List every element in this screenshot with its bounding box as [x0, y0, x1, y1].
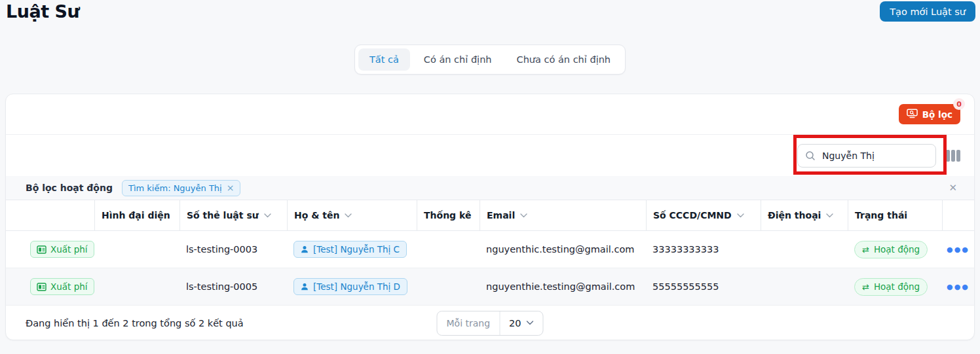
column-header[interactable]: Hình đại diện [94, 200, 179, 230]
lawyer-name-chip[interactable]: [Test] Nguyễn Thị C [293, 241, 407, 258]
lawyer-name-label: [Test] Nguyễn Thị C [313, 244, 400, 255]
results-summary: Đang hiển thị 1 đến 2 trong tổng số 2 kế… [26, 318, 244, 328]
filter-search-icon [907, 109, 918, 120]
tab[interactable]: Tất cả [358, 48, 410, 71]
sort-chevron-icon [826, 213, 833, 218]
column-header[interactable]: Thống kê [417, 200, 480, 230]
search-icon [805, 150, 816, 163]
sort-chevron-icon [737, 213, 744, 218]
invoice-icon [37, 283, 47, 291]
card-number-cell: ls-testing-0003 [179, 244, 287, 255]
email-cell: nguyenthic.testing@gmail.com [480, 244, 646, 255]
per-page-control: Mỗi trang 20 [436, 311, 543, 336]
chip-close-icon[interactable]: × [227, 183, 235, 192]
per-page-select[interactable]: 20 [500, 311, 542, 335]
table-row: Xuất phí ls-testing-0003 [Test] Nguyễn T… [6, 231, 974, 268]
column-header[interactable]: Họ & tên [287, 200, 417, 230]
status-label: Hoạt động [874, 281, 920, 292]
search-box [797, 144, 936, 168]
sort-chevron-icon [345, 213, 352, 218]
search-input[interactable] [797, 144, 936, 168]
email-cell: nguyenthie.testing@gmail.com [480, 281, 646, 292]
column-header-label: Email [487, 210, 515, 221]
column-header[interactable] [6, 200, 94, 230]
column-header-label: Thống kê [424, 210, 471, 221]
table-row: Xuất phí ls-testing-0005 [Test] Nguyễn T… [6, 268, 974, 306]
export-fee-label: Xuất phí [50, 244, 88, 255]
column-header-label: Họ & tên [294, 210, 339, 221]
filter-button[interactable]: Bộ lọc [899, 104, 960, 124]
sort-chevron-icon [264, 213, 271, 218]
per-page-value: 20 [509, 318, 521, 328]
card-number-cell: ls-testing-0005 [179, 281, 287, 292]
cccd-cell: 33333333333 [646, 244, 761, 255]
tab[interactable]: Có án chỉ định [413, 48, 503, 71]
column-header[interactable]: Trạng thái [848, 200, 942, 230]
filter-bar: Bộ lọc 0 [6, 94, 974, 135]
column-header-label: Trạng thái [855, 210, 907, 221]
page-header: Luật Sư Tạo mới Luật sư [0, 0, 980, 22]
cccd-cell: 55555555555 [646, 281, 761, 292]
column-header[interactable] [942, 200, 974, 230]
table-toolbar [6, 135, 974, 176]
page-title: Luật Sư [6, 1, 79, 22]
lawyers-table-card: Bộ lọc 0 Bộ lọc hoạt động Tìm kiếm: Nguy… [5, 94, 975, 340]
clear-filters-icon[interactable]: ✕ [945, 181, 961, 195]
row-actions-menu[interactable]: ●●● [945, 280, 971, 294]
per-page-label: Mỗi trang [437, 311, 500, 335]
active-filters-row: Bộ lọc hoạt động Tìm kiếm: Nguyễn Thị × … [6, 176, 974, 200]
person-icon [301, 245, 309, 253]
table-header-row: Hình đại diện Số thẻ luật sư Họ & tên Th… [6, 200, 974, 231]
active-filter-chips: Tìm kiếm: Nguyễn Thị × [122, 180, 240, 196]
column-header-label: Hình đại diện [102, 210, 170, 221]
filter-count-badge: 0 [953, 98, 965, 110]
export-fee-button[interactable]: Xuất phí [30, 278, 94, 295]
column-header-label: Số thẻ luật sư [187, 210, 259, 221]
create-lawyer-button[interactable]: Tạo mới Luật sư [880, 1, 975, 22]
column-header[interactable]: Điện thoại [761, 200, 848, 230]
column-header[interactable]: Số CCCD/CMND [646, 200, 761, 230]
table-body: Xuất phí ls-testing-0003 [Test] Nguyễn T… [6, 231, 974, 306]
status-badge[interactable]: ⇄ Hoạt động [854, 278, 928, 296]
table-footer: Đang hiển thị 1 đến 2 trong tổng số 2 kế… [6, 306, 974, 340]
column-header-label: Điện thoại [768, 210, 821, 221]
column-header[interactable]: Email [480, 200, 646, 230]
filter-button-label: Bộ lọc [922, 109, 952, 120]
status-badge[interactable]: ⇄ Hoạt động [854, 241, 928, 258]
swap-icon: ⇄ [862, 245, 869, 254]
status-label: Hoạt động [874, 244, 920, 255]
active-filter-chip-label: Tìm kiếm: Nguyễn Thị [128, 183, 222, 193]
invoice-icon [37, 245, 47, 254]
tab[interactable]: Chưa có án chỉ định [506, 48, 622, 71]
person-icon [301, 283, 309, 291]
sort-chevron-icon [520, 213, 527, 218]
columns-toggle-icon[interactable] [945, 149, 962, 163]
chevron-down-icon [527, 321, 534, 325]
column-header-label: Số CCCD/CMND [653, 210, 732, 221]
tabs-wrapper: Tất cảCó án chỉ địnhChưa có án chỉ định [0, 44, 980, 75]
row-actions-menu[interactable]: ●●● [945, 243, 971, 257]
active-filters-label: Bộ lọc hoạt động [26, 183, 113, 193]
active-filter-chip[interactable]: Tìm kiếm: Nguyễn Thị × [122, 180, 240, 196]
tab-group: Tất cảCó án chỉ địnhChưa có án chỉ định [354, 44, 626, 75]
swap-icon: ⇄ [862, 283, 869, 291]
column-header[interactable]: Số thẻ luật sư [179, 200, 287, 230]
lawyer-name-chip[interactable]: [Test] Nguyễn Thị D [293, 278, 407, 295]
lawyer-name-label: [Test] Nguyễn Thị D [313, 281, 400, 292]
export-fee-button[interactable]: Xuất phí [30, 241, 94, 258]
export-fee-label: Xuất phí [50, 281, 88, 292]
